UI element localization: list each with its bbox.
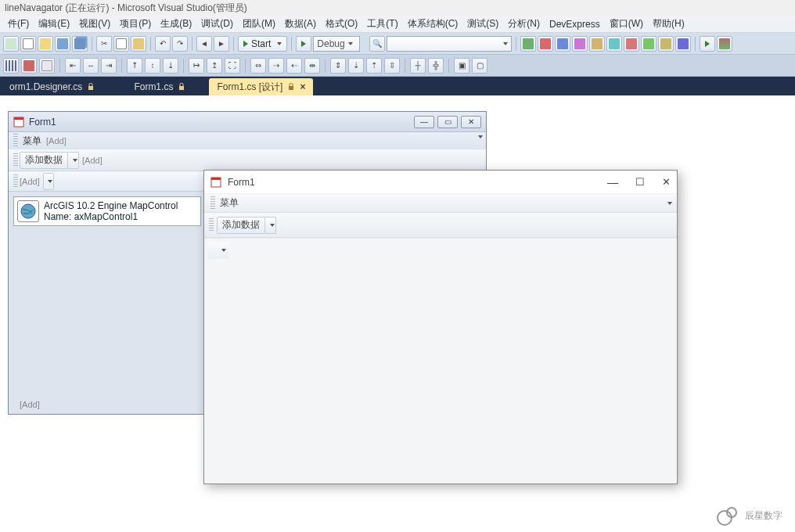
same-size-icon[interactable]: ⛶ xyxy=(225,58,240,74)
runtime-titlebar[interactable]: Form1 — ☐ ✕ xyxy=(204,171,677,194)
add-placeholder[interactable]: [Add] xyxy=(20,177,40,186)
find-combo[interactable] xyxy=(387,36,512,52)
run-icon[interactable] xyxy=(700,36,715,52)
menustrip-item[interactable]: 菜单 xyxy=(23,135,41,148)
maximize-button[interactable]: ▭ xyxy=(437,116,458,128)
add-data-button[interactable]: 添加数据 xyxy=(217,217,265,234)
add-placeholder[interactable]: [Add] xyxy=(46,136,67,146)
menu-build[interactable]: 生成(B) xyxy=(156,16,196,32)
undo-icon[interactable]: ↶ xyxy=(155,36,171,52)
vspace-dec-icon[interactable]: ⇡ xyxy=(366,58,382,74)
dx7-icon[interactable] xyxy=(624,36,639,52)
add-bottom-placeholder[interactable]: [Add] xyxy=(20,400,40,409)
close-button[interactable]: ✕ xyxy=(461,116,481,128)
menu-edit[interactable]: 编辑(E) xyxy=(34,16,74,32)
designer-toolstrip[interactable]: 添加数据 [Add] xyxy=(9,149,486,171)
split-chevron-icon[interactable] xyxy=(68,152,79,169)
tab-form1-cs[interactable]: Form1.cs xyxy=(126,78,193,95)
hspace-dec-icon[interactable]: ⇠ xyxy=(286,58,302,74)
split-chevron-icon[interactable] xyxy=(265,217,276,234)
center-h-icon[interactable]: ┼ xyxy=(410,58,426,74)
menu-team[interactable]: 团队(M) xyxy=(238,16,280,32)
find-icon[interactable]: 🔍 xyxy=(369,36,385,52)
menustrip-item[interactable]: 菜单 xyxy=(220,196,239,210)
align-right-icon[interactable]: ⇥ xyxy=(101,58,117,74)
center-v-icon[interactable]: ╬ xyxy=(428,58,444,74)
dx5-icon[interactable] xyxy=(589,36,605,52)
close-button[interactable]: ✕ xyxy=(662,176,671,188)
nav-back-icon[interactable]: ◄ xyxy=(196,36,212,52)
runtime-window[interactable]: Form1 — ☐ ✕ 菜单 添加数据 xyxy=(203,170,678,484)
tab-form1-design[interactable]: Form1.cs [设计] × xyxy=(209,78,313,95)
runtime-toolstrip[interactable]: 添加数据 xyxy=(204,213,677,238)
hspace-eq-icon[interactable]: ⇔ xyxy=(250,58,266,74)
vspace-eq-icon[interactable]: ⇕ xyxy=(330,58,346,74)
hspace-rem-icon[interactable]: ⇹ xyxy=(304,58,320,74)
start-debug-button[interactable]: Start xyxy=(238,36,287,52)
align-mid-icon[interactable]: ↕ xyxy=(145,58,160,74)
dx10-icon[interactable] xyxy=(675,36,691,52)
new-project-icon[interactable] xyxy=(3,36,19,52)
map-control[interactable]: ArcGIS 10.2 Engine MapControl Name: axMa… xyxy=(13,196,201,226)
menu-tools[interactable]: 工具(T) xyxy=(362,16,402,32)
menu-data[interactable]: 数据(A) xyxy=(280,16,321,32)
grid-icon[interactable] xyxy=(3,58,19,74)
copy-icon[interactable] xyxy=(113,36,129,52)
dx2-icon[interactable] xyxy=(538,36,553,52)
overflow-chevron-icon[interactable] xyxy=(667,202,672,205)
add-placeholder[interactable]: [Add] xyxy=(82,156,103,165)
open-icon[interactable] xyxy=(38,36,53,52)
add-data-button[interactable]: 添加数据 xyxy=(20,152,68,169)
nav-fwd-icon[interactable]: ► xyxy=(214,36,229,52)
close-tab-icon[interactable]: × xyxy=(300,81,305,92)
menu-test[interactable]: 测试(S) xyxy=(462,16,503,32)
tab-order-icon[interactable] xyxy=(39,58,55,74)
vspace-rem-icon[interactable]: ⇳ xyxy=(384,58,400,74)
split-chevron-icon[interactable] xyxy=(43,173,54,190)
dx1-icon[interactable] xyxy=(520,36,536,52)
minimize-button[interactable]: — xyxy=(607,176,618,189)
align-left-icon[interactable]: ⇤ xyxy=(65,58,81,74)
same-height-icon[interactable]: ↥ xyxy=(207,58,222,74)
dx4-icon[interactable] xyxy=(572,36,588,52)
menu-project[interactable]: 项目(P) xyxy=(115,16,156,32)
save-all-icon[interactable] xyxy=(72,36,88,52)
menu-view[interactable]: 视图(V) xyxy=(74,16,115,32)
designer-menustrip[interactable]: 菜单 [Add] xyxy=(9,132,486,149)
continue-icon[interactable] xyxy=(296,36,311,52)
menu-format[interactable]: 格式(O) xyxy=(321,16,362,32)
paste-icon[interactable] xyxy=(131,36,146,52)
menu-analyze[interactable]: 分析(N) xyxy=(503,16,545,32)
dx3-icon[interactable] xyxy=(555,36,570,52)
dx-pane-icon[interactable] xyxy=(717,36,732,52)
menu-debug[interactable]: 调试(D) xyxy=(196,16,238,32)
snap-icon[interactable] xyxy=(21,58,37,74)
dx9-icon[interactable] xyxy=(658,36,674,52)
minimize-button[interactable]: — xyxy=(414,116,434,128)
vspace-inc-icon[interactable]: ⇣ xyxy=(348,58,364,74)
maximize-button[interactable]: ☐ xyxy=(635,176,645,188)
overflow-chevron-icon[interactable] xyxy=(478,135,483,138)
dx6-icon[interactable] xyxy=(606,36,622,52)
config-combo[interactable]: Debug xyxy=(313,36,360,52)
save-icon[interactable] xyxy=(55,36,70,52)
new-file-icon[interactable] xyxy=(20,36,36,52)
tab-designer-cs[interactable]: orm1.Designer.cs xyxy=(2,78,103,95)
bring-front-icon[interactable]: ▣ xyxy=(454,58,469,74)
send-back-icon[interactable]: ▢ xyxy=(472,58,487,74)
split-chevron-icon[interactable] xyxy=(215,242,229,259)
dx8-icon[interactable] xyxy=(641,36,657,52)
grip-icon[interactable] xyxy=(207,242,215,259)
hspace-inc-icon[interactable]: ⇢ xyxy=(268,58,284,74)
menu-help[interactable]: 帮助(H) xyxy=(648,16,689,32)
menu-devexpress[interactable]: DevExpress xyxy=(545,17,605,31)
cut-icon[interactable]: ✂ xyxy=(96,36,112,52)
align-center-icon[interactable]: ↔ xyxy=(83,58,99,74)
align-bot-icon[interactable]: ⤓ xyxy=(163,58,178,74)
same-width-icon[interactable]: ↦ xyxy=(189,58,204,74)
menu-file[interactable]: 件(F) xyxy=(3,16,34,32)
align-top-icon[interactable]: ⤒ xyxy=(127,58,142,74)
runtime-menustrip[interactable]: 菜单 xyxy=(204,194,677,213)
menu-window[interactable]: 窗口(W) xyxy=(605,16,648,32)
redo-icon[interactable]: ↷ xyxy=(172,36,188,52)
